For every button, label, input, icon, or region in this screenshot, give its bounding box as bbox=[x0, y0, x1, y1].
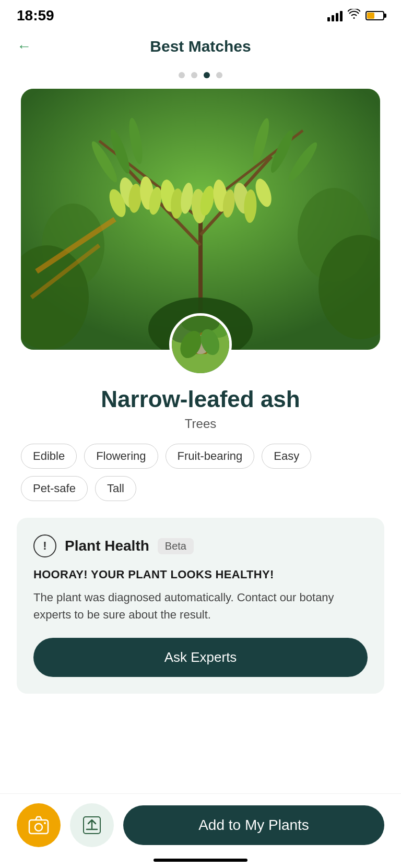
status-time: 18:59 bbox=[17, 7, 54, 24]
health-description: The plant was diagnosed automatically. C… bbox=[33, 589, 368, 623]
health-card-header: ! Plant Health Beta bbox=[33, 534, 368, 557]
ask-experts-button[interactable]: Ask Experts bbox=[33, 638, 368, 677]
status-icons bbox=[327, 9, 384, 22]
health-headline: HOORAY! YOUR PLANT LOOKS HEALTHY! bbox=[33, 568, 368, 581]
share-button[interactable] bbox=[70, 803, 114, 847]
camera-button[interactable] bbox=[17, 803, 61, 847]
health-warning-icon: ! bbox=[33, 534, 56, 557]
status-bar: 18:59 bbox=[0, 0, 401, 29]
health-card: ! Plant Health Beta HOORAY! YOUR PLANT L… bbox=[17, 518, 384, 694]
tag-tall[interactable]: Tall bbox=[95, 476, 136, 501]
camera-icon bbox=[28, 816, 49, 835]
tag-edible[interactable]: Edible bbox=[21, 444, 77, 469]
plant-category: Trees bbox=[21, 417, 380, 431]
share-icon bbox=[82, 816, 101, 835]
plant-info: Narrow-leafed ash Trees bbox=[0, 386, 401, 431]
tag-fruit-bearing[interactable]: Fruit-bearing bbox=[166, 444, 255, 469]
pagination-dot-1[interactable] bbox=[179, 72, 185, 78]
pagination-dot-3[interactable] bbox=[204, 72, 210, 78]
pagination-dot-4[interactable] bbox=[216, 72, 222, 78]
tag-easy[interactable]: Easy bbox=[262, 444, 311, 469]
add-to-my-plants-button[interactable]: Add to My Plants bbox=[123, 805, 384, 845]
tag-pet-safe[interactable]: Pet-safe bbox=[21, 476, 88, 501]
health-title: Plant Health bbox=[65, 538, 149, 554]
page-title: Best Matches bbox=[150, 38, 251, 55]
pagination-dots bbox=[0, 64, 401, 89]
plant-name: Narrow-leafed ash bbox=[21, 386, 380, 412]
beta-badge: Beta bbox=[158, 538, 194, 554]
signal-icon bbox=[327, 10, 343, 21]
plant-main-image bbox=[21, 89, 380, 350]
plant-avatar bbox=[169, 313, 232, 376]
svg-point-44 bbox=[35, 824, 42, 831]
back-button[interactable]: ← bbox=[17, 38, 31, 55]
wifi-icon bbox=[348, 9, 360, 22]
pagination-dot-2[interactable] bbox=[191, 72, 197, 78]
bottom-bar: Add to My Plants bbox=[0, 793, 401, 868]
battery-icon bbox=[365, 11, 384, 20]
tags-container: Edible Flowering Fruit-bearing Easy Pet-… bbox=[0, 444, 401, 501]
home-indicator bbox=[154, 859, 247, 862]
svg-point-45 bbox=[44, 822, 46, 824]
tag-flowering[interactable]: Flowering bbox=[84, 444, 158, 469]
plant-image-container bbox=[21, 89, 380, 350]
header: ← Best Matches bbox=[0, 29, 401, 64]
